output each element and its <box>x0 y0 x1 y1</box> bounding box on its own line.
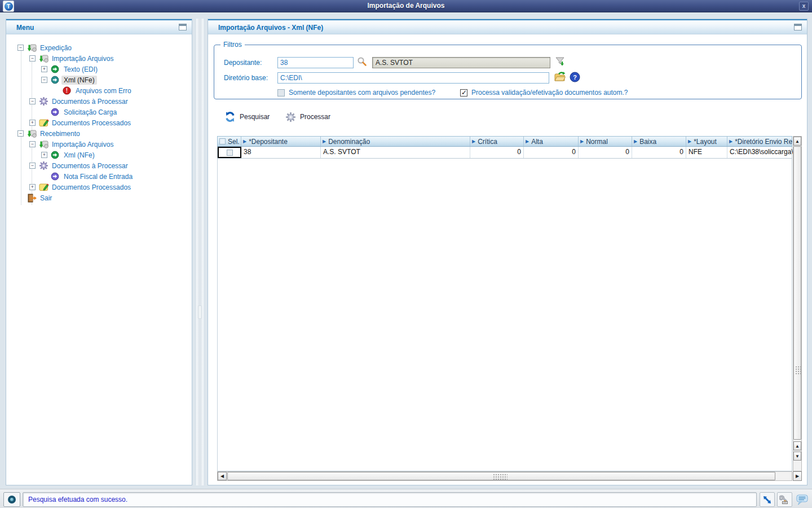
tree-item-arquivos-com-erro[interactable]: !Arquivos com Erro <box>6 85 192 96</box>
tree-item-label: Texto (EDI) <box>61 65 100 74</box>
column-header-baixa[interactable]: ▶Baixa <box>632 137 686 146</box>
search-icon[interactable] <box>357 56 368 68</box>
collapse-node-icon[interactable]: − <box>41 77 47 83</box>
collapse-node-icon[interactable]: − <box>29 141 36 147</box>
scroll-down-icon[interactable]: ▼ <box>793 452 801 461</box>
collapse-node-icon[interactable]: − <box>29 55 36 62</box>
expand-node-icon[interactable]: + <box>41 152 47 158</box>
scroll-up-icon[interactable]: ▲ <box>793 137 801 146</box>
checkbox-processa-validacao[interactable]: Processa validação/efetivação documentos… <box>460 89 628 97</box>
column-header-alta[interactable]: ▶Alta <box>524 137 579 146</box>
menu-panel: Menu −Expedição−Importação Arquivos+Text… <box>6 19 192 485</box>
scroll-left-icon[interactable]: ◀ <box>218 472 227 480</box>
sort-arrow-icon: ▶ <box>729 139 732 144</box>
grid-cell-layout[interactable]: NFE <box>686 147 727 158</box>
row-select-cell[interactable] <box>218 147 241 158</box>
tree-item-sair[interactable]: Sair <box>6 192 192 203</box>
tree-item-label: Sair <box>38 194 54 203</box>
vertical-scrollbar[interactable]: ▲ ▲ ▼ <box>793 136 802 471</box>
row-checkbox[interactable] <box>227 150 233 156</box>
tree-item-importacao-arquivos[interactable]: −Importação Arquivos <box>6 139 192 150</box>
tree-item-xml-nfe[interactable]: +Xml (NFe) <box>6 150 192 160</box>
menu-panel-header: Menu <box>6 19 192 34</box>
expand-node-icon[interactable]: + <box>29 120 36 126</box>
help-icon[interactable]: ? <box>570 72 581 83</box>
folder-browse-icon[interactable] <box>554 71 565 82</box>
close-button[interactable]: x <box>799 2 809 11</box>
tree-item-nota-fiscal-de-entrada[interactable]: Nota Fiscal de Entrada <box>6 171 192 182</box>
grid-data-row[interactable]: 38A.S. SVTOT0000NFEC:\EDI\38\soliccarga\ <box>217 147 792 159</box>
grid-cell-baixa[interactable]: 0 <box>632 147 686 158</box>
column-label: Denominação <box>328 138 370 146</box>
collapse-node-icon[interactable]: − <box>17 45 24 51</box>
column-header-sel[interactable]: Sel. <box>218 137 241 146</box>
processar-label: Processar <box>300 113 330 121</box>
filter-funnel-icon[interactable] <box>555 56 566 68</box>
panel-splitter[interactable] <box>196 19 204 485</box>
chat-button[interactable] <box>795 492 810 507</box>
speech-bubble-icon <box>796 494 808 505</box>
collapse-node-icon[interactable]: − <box>29 98 36 104</box>
circle-arrow-green-icon <box>51 65 61 73</box>
main-collapse-icon[interactable] <box>794 24 802 30</box>
tree-item-documentos-a-processar[interactable]: −Documentos à Processar <box>6 160 192 171</box>
horizontal-scrollbar[interactable]: ◀ <box>217 471 792 481</box>
status-logo-button[interactable] <box>3 492 20 507</box>
collapse-node-icon[interactable]: − <box>17 130 24 137</box>
tools-button[interactable] <box>777 492 792 507</box>
expand-node-icon[interactable]: + <box>29 184 36 190</box>
collapse-node-icon[interactable]: − <box>29 163 36 169</box>
status-message: Pesquisa efetuada com sucesso. <box>23 492 757 507</box>
column-header-normal[interactable]: ▶Normal <box>579 137 632 146</box>
tree-item-documentos-processados[interactable]: +Documentos Processados <box>6 117 192 128</box>
grid-cell-diretorio-envio-re[interactable]: C:\EDI\38\soliccarga\ <box>727 147 793 158</box>
tree-item-solicitacao-carga[interactable]: Solicitação Carga <box>6 107 192 117</box>
filters-legend: Filtros <box>220 41 245 49</box>
checkbox-icon[interactable] <box>460 89 467 97</box>
grid-cell-denominacao[interactable]: A.S. SVTOT <box>321 147 470 158</box>
column-header-critica[interactable]: ▶Crítica <box>470 137 524 146</box>
expand-node-icon[interactable]: + <box>41 66 47 72</box>
checkbox-somente-pendentes[interactable]: Somente depositantes com arquivos penden… <box>277 89 435 97</box>
grid-cell-normal[interactable]: 0 <box>579 147 632 158</box>
resize-button[interactable] <box>760 492 775 507</box>
tree-item-label: Documentos à Processar <box>50 161 130 170</box>
column-label: *Layout <box>694 138 717 146</box>
menu-collapse-icon[interactable] <box>179 24 187 30</box>
tree-item-documentos-processados[interactable]: +Documentos Processados <box>6 182 192 192</box>
hscroll-grip-icon <box>493 474 508 480</box>
exit-icon <box>27 194 38 203</box>
window-title: Importação de Arquivos <box>0 2 812 10</box>
splitter-handle-icon[interactable] <box>198 305 202 319</box>
tree-item-texto-edi[interactable]: +Texto (EDI) <box>6 64 192 75</box>
tree-item-importacao-arquivos[interactable]: −Importação Arquivos <box>6 53 192 64</box>
tree-item-expedicao[interactable]: −Expedição <box>6 42 192 53</box>
tree-item-documentos-a-processar[interactable]: −Documentos à Processar <box>6 96 192 107</box>
column-label: *Depositante <box>249 138 288 146</box>
grid-cell-alta[interactable]: 0 <box>524 147 579 158</box>
processar-button[interactable]: Processar <box>281 110 334 124</box>
grid-cell-depositante[interactable]: 38 <box>241 147 321 158</box>
depositante-input[interactable] <box>277 57 354 68</box>
depositante-label: Depositante: <box>224 59 262 67</box>
scroll-up-icon[interactable]: ▲ <box>793 441 801 450</box>
pesquisar-button[interactable]: Pesquisar <box>220 110 273 124</box>
tree-item-recebimento[interactable]: −Recebimento <box>6 128 192 139</box>
checkbox-processa-validacao-label: Processa validação/efetivação documentos… <box>471 89 628 97</box>
scroll-right-icon[interactable]: ▶ <box>793 471 802 481</box>
results-grid: Sel.▶*Depositante▶Denominação▶Crítica▶Al… <box>217 136 802 480</box>
column-header-depositante[interactable]: ▶*Depositante <box>241 137 321 146</box>
tree-item-xml-nfe[interactable]: −Xml (NFe) <box>6 75 192 85</box>
hscroll-thumb[interactable] <box>227 472 775 480</box>
column-header-layout[interactable]: ▶*Layout <box>686 137 727 146</box>
tree-item-label: Recebimento <box>38 129 82 138</box>
select-all-checkbox[interactable] <box>219 138 226 144</box>
vscroll-thumb[interactable] <box>793 146 801 440</box>
grid-cell-critica[interactable]: 0 <box>470 147 524 158</box>
note-icon <box>39 183 50 191</box>
column-header-denominacao[interactable]: ▶Denominação <box>321 137 470 146</box>
checkbox-icon[interactable] <box>277 89 285 97</box>
column-header-diretorio-envio-re[interactable]: ▶*Diretório Envio Re <box>727 137 793 146</box>
diretorio-input[interactable] <box>277 72 549 84</box>
tree-item-label: Importação Arquivos <box>50 140 116 149</box>
